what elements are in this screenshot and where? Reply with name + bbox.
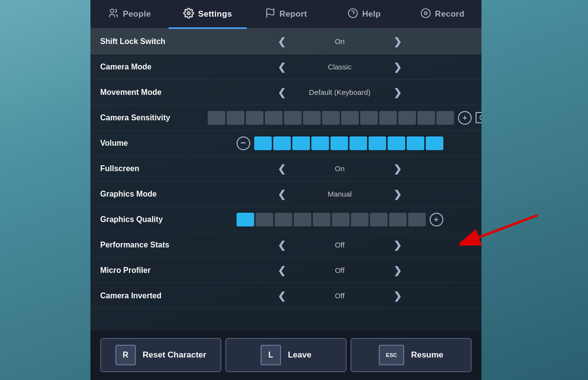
movement-mode-prev[interactable]: ❮: [274, 86, 290, 99]
tab-record[interactable]: Record: [403, 0, 481, 28]
movement-mode-label: Movement Mode: [100, 88, 208, 97]
settings-list: Shift Lock Switch ❮ On ❯ Camera Mode ❮ C…: [90, 29, 481, 330]
vseg-8: [388, 136, 405, 150]
camera-sensitivity-slider: [208, 111, 454, 125]
bottom-bar: R Reset Character L Leave ESC Resume: [90, 330, 481, 380]
movement-mode-control: ❮ Default (Keyboard) ❯: [208, 86, 472, 99]
vseg-9: [407, 136, 424, 150]
setting-volume: Volume −: [90, 131, 481, 156]
graphics-quality-plus[interactable]: +: [430, 213, 443, 226]
fullscreen-value: On: [296, 164, 384, 173]
seg-8: [341, 111, 359, 125]
seg-13: [436, 111, 454, 125]
vseg-1: [254, 136, 272, 150]
volume-minus[interactable]: −: [237, 136, 250, 150]
gq-seg-10: [408, 213, 426, 226]
gq-seg-6: [332, 213, 349, 226]
tab-help[interactable]: Help: [325, 0, 403, 28]
camera-mode-prev[interactable]: ❮: [274, 60, 290, 74]
resume-button[interactable]: ESC Resume: [350, 338, 472, 372]
setting-fullscreen: Fullscreen ❮ On ❯: [90, 156, 481, 181]
help-icon: [348, 8, 358, 20]
vseg-4: [311, 136, 329, 150]
setting-micro-profiler: Micro Profiler ❮ Off ❯: [90, 258, 481, 283]
volume-control: −: [208, 136, 472, 150]
fullscreen-prev[interactable]: ❮: [274, 162, 290, 176]
micro-profiler-value: Off: [296, 266, 384, 274]
shift-lock-prev[interactable]: ❮: [274, 35, 290, 48]
camera-sensitivity-label: Camera Sensitivity: [100, 113, 208, 122]
seg-10: [379, 111, 397, 125]
svg-point-0: [110, 9, 114, 13]
shift-lock-value: On: [296, 37, 384, 45]
tab-settings[interactable]: Settings: [169, 0, 247, 28]
camera-inverted-prev[interactable]: ❮: [274, 289, 290, 303]
performance-stats-control: ❮ Off ❯: [208, 238, 472, 252]
micro-profiler-control: ❮ Off ❯: [208, 264, 472, 277]
camera-sensitivity-value: 0.20015: [476, 112, 481, 123]
gq-seg-2: [256, 213, 273, 226]
seg-2: [227, 111, 244, 125]
leave-button[interactable]: L Leave: [225, 338, 347, 372]
graphics-mode-next[interactable]: ❯: [390, 187, 406, 201]
gq-seg-9: [389, 213, 407, 226]
gq-seg-7: [351, 213, 369, 226]
graphics-mode-label: Graphics Mode: [100, 190, 208, 199]
setting-movement-mode: Movement Mode ❮ Default (Keyboard) ❯: [90, 80, 481, 105]
seg-7: [322, 111, 340, 125]
setting-camera-sensitivity: Camera Sensitivity +: [90, 105, 481, 131]
tab-people[interactable]: People: [90, 0, 169, 28]
shift-lock-next[interactable]: ❯: [390, 35, 406, 48]
camera-mode-value: Classic: [296, 63, 384, 71]
gq-seg-5: [313, 213, 330, 226]
shift-lock-label: Shift Lock Switch: [100, 37, 208, 46]
seg-6: [303, 111, 321, 125]
vseg-5: [330, 136, 348, 150]
camera-inverted-label: Camera Inverted: [100, 291, 208, 300]
tab-settings-label: Settings: [198, 9, 232, 19]
resume-key-badge: ESC: [379, 345, 404, 365]
fullscreen-control: ❮ On ❯: [208, 162, 472, 176]
graphics-mode-control: ❮ Manual ❯: [208, 187, 472, 201]
tab-report[interactable]: Report: [247, 0, 325, 28]
main-panel: People Settings Report: [90, 0, 481, 380]
micro-profiler-prev[interactable]: ❮: [274, 264, 290, 277]
graphics-mode-value: Manual: [296, 190, 384, 198]
leave-key-badge: L: [261, 345, 281, 365]
movement-mode-next[interactable]: ❯: [390, 86, 406, 99]
camera-inverted-next[interactable]: ❯: [390, 289, 406, 303]
performance-stats-label: Performance Stats: [100, 241, 208, 249]
resume-label: Resume: [411, 350, 443, 360]
fullscreen-label: Fullscreen: [100, 164, 208, 173]
performance-stats-next[interactable]: ❯: [390, 238, 406, 252]
seg-4: [265, 111, 283, 125]
setting-camera-inverted: Camera Inverted ❮ Off ❯: [90, 283, 481, 309]
graphics-mode-prev[interactable]: ❮: [274, 187, 290, 201]
settings-icon: [183, 8, 194, 20]
setting-graphics-quality: Graphics Quality +: [90, 207, 481, 232]
gq-seg-3: [275, 213, 292, 226]
fullscreen-next[interactable]: ❯: [390, 162, 406, 176]
gq-seg-1: [237, 213, 254, 226]
svg-point-6: [424, 12, 427, 15]
camera-inverted-control: ❮ Off ❯: [208, 289, 472, 303]
performance-stats-prev[interactable]: ❮: [274, 238, 290, 252]
camera-sensitivity-control: + 0.20015: [208, 111, 481, 125]
gq-seg-4: [294, 213, 311, 226]
camera-mode-control: ❮ Classic ❯: [208, 60, 472, 74]
people-icon: [108, 8, 119, 20]
vseg-10: [426, 136, 443, 150]
graphics-quality-control: +: [208, 213, 472, 226]
seg-1: [208, 111, 225, 125]
reset-character-button[interactable]: R Reset Character: [100, 338, 221, 372]
seg-5: [284, 111, 302, 125]
reset-key-badge: R: [115, 345, 136, 365]
setting-graphics-mode: Graphics Mode ❮ Manual ❯: [90, 181, 481, 207]
tab-help-label: Help: [362, 9, 381, 19]
vseg-7: [369, 136, 386, 150]
tab-bar: People Settings Report: [90, 0, 481, 29]
camera-sensitivity-plus[interactable]: +: [458, 111, 472, 125]
camera-mode-next[interactable]: ❯: [390, 60, 406, 74]
micro-profiler-next[interactable]: ❯: [390, 264, 406, 277]
tab-record-label: Record: [435, 9, 464, 19]
